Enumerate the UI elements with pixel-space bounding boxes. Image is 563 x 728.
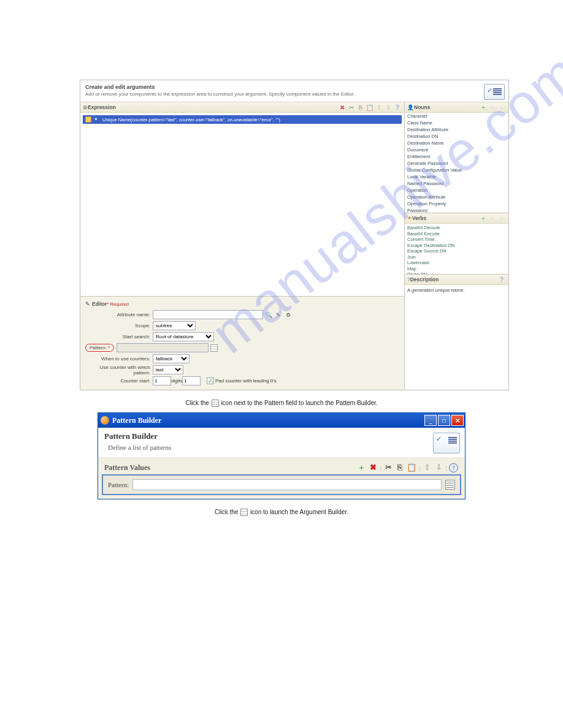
noun-item[interactable]: Destination DN [405,133,508,140]
collapse-icon[interactable]: ▫ [488,214,497,222]
help-icon[interactable]: ▫ [497,103,506,112]
description-panel-header: ? Description ? [405,274,508,285]
copy-icon[interactable]: ⎘ [356,103,365,112]
noun-item[interactable]: Named Password [405,180,508,187]
move-down-icon[interactable]: ⇩ [384,103,393,112]
noun-item[interactable]: Character [405,113,508,119]
pattern-highlight-oval: Pattern: [85,344,114,352]
help-icon[interactable]: ▫ [497,214,506,222]
noun-item[interactable]: Entitlement [405,153,508,160]
nouns-list[interactable]: CharacterClass NameDestination Attribute… [405,113,508,213]
add-noun-icon[interactable]: + [479,103,488,112]
attribute-name-input[interactable] [153,310,263,319]
pad-checkbox[interactable]: ✓ [207,377,213,384]
collapse-icon[interactable]: ▫ [488,103,497,112]
minimize-button[interactable]: _ [424,415,437,426]
window-title: Pattern Builder [112,416,161,425]
counter-pattern-select[interactable]: last [153,365,183,374]
move-up-icon[interactable]: ⇧ [375,103,383,112]
argument-builder-icon[interactable] [445,480,455,490]
cut-icon[interactable]: ✂ [347,103,356,112]
pattern-builder-icon[interactable] [210,344,218,352]
argument-builder-dialog: Create and edit arguments Add or remove … [80,80,509,390]
copy-icon[interactable]: ⎘ [395,463,405,473]
dialog-subheading: Define a list of patterns [108,444,460,451]
noun-item[interactable]: Global Configuration Value [405,167,508,173]
maximize-button[interactable]: □ [438,415,450,426]
noun-item[interactable]: Document [405,146,508,153]
help-icon[interactable]: ? [393,103,402,112]
expression-panel-header: ⊜ Expression ✖ ✂ ⎘ 📋 ⇧ ⇩ ? [80,102,404,113]
dialog-header: Create and edit arguments Add or remove … [80,80,508,102]
noun-item[interactable]: Generate Password [405,160,508,167]
noun-item[interactable]: Class Name [405,119,508,126]
expression-label: Expression [88,104,116,110]
pattern-input[interactable] [117,343,209,352]
cut-icon[interactable]: ✂ [383,463,394,473]
grid-icon [212,400,219,407]
description-text: A generated unique name. [405,285,508,390]
pattern-input[interactable] [132,479,442,490]
attribute-name-label: Attribute name: [85,312,153,317]
verb-item[interactable]: Base64 Decode [407,225,506,231]
digits-input[interactable] [182,376,201,385]
var-icon[interactable]: ⚙ [284,311,293,319]
dialog-title: Create and edit arguments [85,84,504,90]
digits-label: digits: [171,378,182,384]
edit-icon[interactable]: ✎ [274,311,283,319]
window-titlebar: Pattern Builder _ □ ✕ [98,413,465,428]
scope-select[interactable]: subtree [153,321,196,330]
app-icon [101,416,109,425]
verb-item[interactable]: Map [407,266,506,272]
verb-item[interactable]: Escape Source DN [407,248,506,254]
tree-icon [85,116,91,123]
description-label: Description [410,276,439,282]
expression-text: Unique Name(counter-pattern="last", coun… [102,117,280,123]
nouns-label: Nouns [414,104,430,110]
verbs-label: Verbs [412,215,426,221]
when-counters-label: When to use counters: [85,356,153,362]
when-counters-select[interactable]: fallback [153,354,190,363]
noun-item[interactable]: Operation Attribute [405,194,508,200]
expression-area[interactable]: ✦ Unique Name(counter-pattern="last", co… [80,113,404,296]
verb-item[interactable]: Base64 Encode [407,231,506,237]
noun-item[interactable]: Destination Name [405,140,508,146]
pencil-icon: ✎ [85,301,90,307]
noun-item[interactable]: Password [405,207,508,213]
verb-item[interactable]: Lowercase [407,260,506,266]
paste-icon[interactable]: 📋 [407,463,417,473]
add-icon[interactable]: + [356,463,367,473]
close-button[interactable]: ✕ [451,415,464,426]
verb-item[interactable]: Escape Destination DN [407,243,506,249]
pattern-values-label: Pattern Values [104,463,150,472]
paste-icon[interactable]: 📋 [366,103,374,112]
instruction-text-2: Click the icon to launch the Argument Bu… [80,508,483,517]
user-icon: 👤 [407,104,414,110]
move-down-icon[interactable]: ⇩ [434,463,444,473]
noun-item[interactable]: Operation Property [405,200,508,207]
noun-item[interactable]: Operation [405,187,508,194]
delete-icon[interactable]: ✖ [338,103,347,112]
grid-icon [240,509,248,516]
counter-start-input[interactable] [153,376,171,385]
expression-token[interactable]: ✦ Unique Name(counter-pattern="last", co… [83,115,402,124]
verbs-list[interactable]: Base64 DecodeBase64 EncodeConvert TimeEs… [405,224,508,274]
dialog-heading: Pattern Builder [104,431,460,441]
verb-item[interactable]: Join [407,254,506,260]
add-verb-icon[interactable]: + [479,214,488,222]
verb-item[interactable]: Convert Time [407,237,506,243]
move-up-icon[interactable]: ⇧ [422,463,432,473]
instruction-text-1: Click the icon next to the Pattern field… [80,399,483,408]
help-icon[interactable]: ? [497,275,506,284]
noun-item[interactable]: Destination Attribute [405,126,508,133]
browse-icon[interactable]: 🔍 [264,311,273,319]
counter-pattern-label: Use counter with which pattern: [85,365,153,376]
start-search-select[interactable]: Root of datastore [153,332,214,341]
dialog-subtitle: Add or remove your components to the exp… [85,91,504,97]
expression-icon: ⊜ [83,104,88,110]
pattern-label: Pattern: [108,481,129,488]
delete-icon[interactable]: ✖ [368,463,378,473]
pattern-builder-dialog: Pattern Builder _ □ ✕ Pattern Builder De… [98,412,465,499]
noun-item[interactable]: Local Variable [405,173,508,180]
help-icon[interactable]: ? [449,463,458,472]
